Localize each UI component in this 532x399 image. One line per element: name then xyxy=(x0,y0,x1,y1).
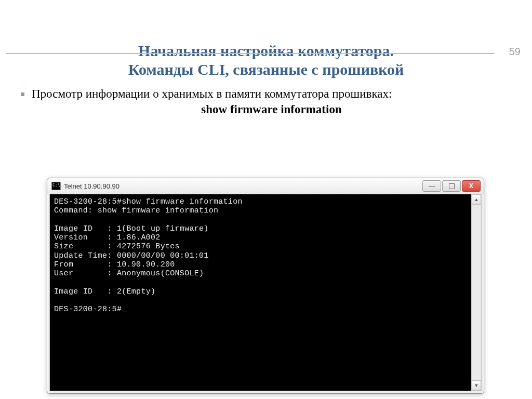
bullet-icon xyxy=(21,92,24,96)
header-rule xyxy=(6,53,495,54)
terminal-body: DES-3200-28:5#show firmware information … xyxy=(49,194,482,391)
close-button[interactable]: X xyxy=(462,180,481,192)
window-buttons: — X xyxy=(422,180,481,192)
page-number: 59 xyxy=(509,46,521,58)
term-line: Version : 1.86.A002 xyxy=(54,233,161,242)
header-bar: 59 xyxy=(6,46,526,61)
maximize-button[interactable] xyxy=(442,180,461,192)
term-prompt: DES-3200-28:5# xyxy=(54,305,127,314)
lead-text: Просмотр информации о хранимых в памяти … xyxy=(32,86,511,102)
terminal-window: Telnet 10.90.90.90 — X DES-3200-28:5#sho… xyxy=(47,178,484,394)
window-titlebar[interactable]: Telnet 10.90.90.90 — X xyxy=(47,178,484,194)
title-line-2: Команды CLI, связанные с прошивкой xyxy=(128,61,404,78)
maximize-icon xyxy=(449,183,455,189)
app-icon xyxy=(51,182,61,190)
term-line: Update Time: 0000/00/00 00:01:01 xyxy=(54,251,209,260)
term-line: DES-3200-28:5#show firmware information xyxy=(54,197,243,206)
term-line: From : 10.90.90.200 xyxy=(54,260,175,269)
term-line: Image ID : 2(Empty) xyxy=(54,287,155,296)
term-line: Command: show firmware information xyxy=(54,206,218,215)
scrollbar-vertical[interactable]: ▲ ▼ xyxy=(471,194,481,391)
command-text: show firmware information xyxy=(32,103,511,116)
window-title: Telnet 10.90.90.90 xyxy=(64,182,119,190)
term-line: Image ID : 1(Boot up firmware) xyxy=(54,224,209,233)
term-line: Size : 4272576 Bytes xyxy=(54,242,180,251)
minimize-button[interactable]: — xyxy=(422,180,441,192)
scroll-down-icon[interactable]: ▼ xyxy=(472,380,481,391)
scroll-up-icon[interactable]: ▲ xyxy=(472,194,481,205)
slide: 59 Начальная настройка коммутатора. Кома… xyxy=(0,42,532,399)
bullet-row: Просмотр информации о хранимых в памяти … xyxy=(21,86,511,116)
term-line: User : Anonymous(CONSOLE) xyxy=(54,269,204,278)
terminal-output[interactable]: DES-3200-28:5#show firmware information … xyxy=(50,194,471,391)
